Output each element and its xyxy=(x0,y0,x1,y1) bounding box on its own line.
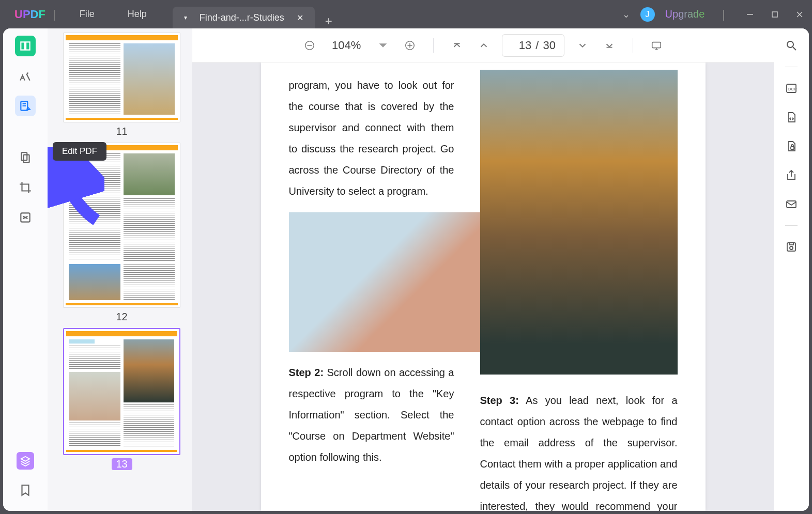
tab-dropdown-icon[interactable]: ▾ xyxy=(184,14,187,21)
minimize-button[interactable] xyxy=(743,10,757,19)
prev-page-button[interactable] xyxy=(475,37,493,54)
convert-icon[interactable] xyxy=(784,110,799,125)
batch-tool[interactable] xyxy=(17,452,34,470)
thumb-label: 11 xyxy=(63,126,180,137)
zoom-level: 104% xyxy=(328,39,365,52)
tab-close-icon[interactable]: ✕ xyxy=(297,13,303,23)
presentation-button[interactable] xyxy=(648,37,665,54)
page-number-box[interactable]: / 30 xyxy=(502,34,564,57)
window-list-icon[interactable]: ⌄ xyxy=(622,9,630,20)
svg-line-15 xyxy=(793,47,796,50)
right-tool-rail: OCR xyxy=(774,28,809,511)
email-icon[interactable] xyxy=(784,196,799,212)
zoom-in-button[interactable] xyxy=(401,37,419,54)
step2-paragraph: Step 2: Scroll down on accessing a respe… xyxy=(289,362,485,468)
svg-point-21 xyxy=(790,246,793,250)
step3-paragraph: Step 3: As you lead next, look for a con… xyxy=(480,390,678,511)
share-icon[interactable] xyxy=(784,167,799,183)
thumbnail-11[interactable]: 11 xyxy=(63,33,180,137)
first-page-button[interactable] xyxy=(448,37,466,54)
figure-bridge xyxy=(480,70,678,375)
document-viewer: 104% / 30 Step 3: As you lead next, look… xyxy=(192,28,774,511)
maximize-button[interactable] xyxy=(768,10,782,19)
last-page-button[interactable] xyxy=(601,37,618,54)
reader-tool[interactable] xyxy=(15,36,36,56)
page-total: 30 xyxy=(543,39,562,52)
separator: | xyxy=(722,8,725,21)
svg-rect-1 xyxy=(772,12,777,17)
thumbnail-panel[interactable]: 11 12 xyxy=(48,28,192,511)
save-icon[interactable] xyxy=(784,239,799,255)
redact-tool[interactable] xyxy=(15,207,36,228)
svg-rect-13 xyxy=(652,42,661,48)
intro-paragraph: program, you have to look out for the co… xyxy=(289,75,485,202)
tab-strip: ▾ Find-and-...r-Studies ✕ + xyxy=(173,0,332,28)
svg-rect-19 xyxy=(787,201,796,208)
ocr-icon[interactable]: OCR xyxy=(784,81,799,96)
thumb-label: 13 xyxy=(112,458,132,470)
app-logo: UPDF xyxy=(14,8,45,21)
menu-file[interactable]: File xyxy=(80,9,95,20)
title-bar: UPDF | File Help ▾ Find-and-...r-Studies… xyxy=(0,0,812,28)
zoom-dropdown-icon[interactable] xyxy=(374,37,392,54)
thumbnail-13[interactable]: 13 xyxy=(63,328,180,470)
search-icon[interactable] xyxy=(784,38,799,53)
zoom-out-button[interactable] xyxy=(301,37,318,54)
thumb-label: 12 xyxy=(63,311,180,323)
new-tab-button[interactable]: + xyxy=(325,14,332,28)
protect-icon[interactable] xyxy=(784,138,799,154)
edit-pdf-tooltip: Edit PDF xyxy=(53,142,106,161)
figure-students xyxy=(289,212,496,352)
comment-tool[interactable] xyxy=(15,66,36,86)
left-tool-rail xyxy=(3,28,48,511)
title-bar-right: ⌄ J Upgrade | xyxy=(622,7,807,22)
thumbnail-12[interactable]: 12 xyxy=(63,143,180,323)
organize-pages-tool[interactable] xyxy=(15,147,36,168)
edit-pdf-tool[interactable] xyxy=(15,96,36,116)
bookmarks-tool[interactable] xyxy=(15,480,36,501)
crop-tool[interactable] xyxy=(15,177,36,198)
viewer-body[interactable]: Step 3: As you lead next, look for a con… xyxy=(192,63,774,511)
svg-point-14 xyxy=(787,41,793,48)
close-button[interactable] xyxy=(792,10,807,19)
svg-rect-18 xyxy=(791,147,794,149)
tab-title: Find-and-...r-Studies xyxy=(200,12,284,23)
next-page-button[interactable] xyxy=(574,37,591,54)
svg-text:OCR: OCR xyxy=(788,87,797,91)
svg-rect-5 xyxy=(21,152,27,160)
svg-rect-22 xyxy=(789,243,793,245)
workspace: Edit PDF 11 12 xyxy=(3,28,809,511)
separator: | xyxy=(53,8,56,21)
menu-help[interactable]: Help xyxy=(128,9,147,20)
document-tab[interactable]: ▾ Find-and-...r-Studies ✕ xyxy=(173,7,315,28)
upgrade-button[interactable]: Upgrade xyxy=(665,8,705,20)
viewer-toolbar: 104% / 30 xyxy=(192,28,774,63)
document-page: Step 3: As you lead next, look for a con… xyxy=(261,63,706,511)
user-avatar[interactable]: J xyxy=(640,7,655,22)
page-current-input[interactable] xyxy=(503,39,531,52)
